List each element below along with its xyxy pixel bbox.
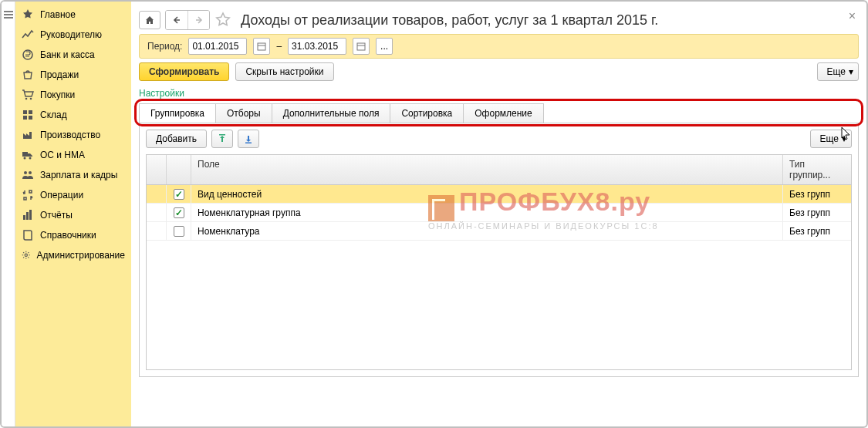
sidebar-label: Операции	[40, 190, 83, 201]
svg-point-10	[29, 171, 32, 174]
star-icon	[22, 8, 34, 21]
book-icon	[22, 229, 34, 241]
tabs-highlight: Группировка Отборы Дополнительные поля С…	[139, 103, 859, 123]
gear-icon	[22, 249, 31, 261]
sidebar-item-sales[interactable]: Продажи	[15, 65, 131, 85]
sidebar-label: Покупки	[40, 89, 75, 100]
sidebar-item-admin[interactable]: Администрирование	[15, 245, 131, 265]
tab-fields[interactable]: Дополнительные поля	[272, 103, 391, 123]
sidebar-item-manager[interactable]: Руководителю	[15, 25, 131, 45]
header-field[interactable]: Поле	[191, 155, 783, 184]
hamburger-icon[interactable]	[3, 9, 14, 20]
svg-rect-3	[23, 110, 27, 114]
sidebar-item-reports[interactable]: Отчёты	[15, 205, 131, 225]
sidebar-label: Главное	[40, 9, 76, 20]
sidebar-label: Склад	[40, 110, 67, 120]
svg-rect-12	[26, 212, 29, 220]
move-up-button[interactable]	[211, 130, 233, 148]
inner-more-button[interactable]: Еще ▾	[810, 130, 852, 148]
sidebar-item-purchases[interactable]: Покупки	[15, 85, 131, 105]
table-row[interactable]: Вид ценностей Без групп	[147, 185, 851, 204]
chevron-down-icon: ▾	[842, 133, 846, 144]
sidebar-label: Банк и касса	[40, 49, 95, 60]
settings-heading: Настройки	[139, 85, 859, 103]
home-button[interactable]	[139, 11, 160, 29]
close-icon[interactable]: ×	[849, 9, 856, 23]
svg-rect-4	[29, 110, 32, 114]
tab-filters[interactable]: Отборы	[215, 103, 272, 123]
row-checkbox[interactable]	[174, 226, 184, 237]
svg-point-8	[29, 157, 32, 160]
svg-rect-17	[219, 134, 225, 136]
page-title: Доходы от реализации товаров, работ, усл…	[241, 12, 658, 29]
calendar-from-button[interactable]	[253, 38, 270, 55]
table-row[interactable]: Номенклатура Без групп	[147, 222, 851, 241]
sidebar-item-production[interactable]: Производство	[15, 125, 131, 145]
svg-point-2	[30, 98, 32, 100]
sidebar-item-refs[interactable]: Справочники	[15, 225, 131, 245]
sidebar-item-warehouse[interactable]: Склад	[15, 105, 131, 125]
boxes-icon	[22, 109, 34, 121]
tab-grouping[interactable]: Группировка	[139, 103, 216, 123]
row-field: Номенклатурная группа	[191, 204, 783, 221]
period-label: Период:	[147, 41, 182, 52]
operations-icon	[22, 189, 34, 201]
row-type: Без групп	[783, 222, 851, 240]
calendar-to-button[interactable]	[353, 38, 370, 55]
add-button[interactable]: Добавить	[146, 130, 207, 148]
sidebar-item-main[interactable]: Главное	[15, 5, 131, 25]
sidebar-item-hr[interactable]: Зарплата и кадры	[15, 165, 131, 185]
svg-rect-18	[245, 143, 252, 144]
header-type[interactable]: Тип группир...	[783, 155, 851, 184]
period-bar: Период: – ...	[139, 34, 859, 59]
row-field: Номенклатура	[191, 222, 783, 240]
sidebar-item-operations[interactable]: Операции	[15, 185, 131, 205]
chart-line-icon	[22, 29, 34, 41]
sidebar-label: Руководителю	[40, 29, 102, 40]
svg-point-9	[24, 171, 27, 174]
period-picker-button[interactable]: ...	[376, 38, 393, 55]
header: Доходы от реализации товаров, работ, усл…	[139, 6, 859, 34]
date-from-input[interactable]	[188, 38, 247, 55]
date-to-input[interactable]	[288, 38, 346, 55]
svg-point-1	[25, 98, 28, 100]
chevron-down-icon: ▾	[849, 66, 853, 77]
svg-rect-15	[258, 43, 265, 50]
star-outline-icon[interactable]	[214, 12, 231, 29]
more-button[interactable]: Еще ▾	[817, 62, 859, 81]
tab-appearance[interactable]: Оформление	[463, 103, 543, 123]
cart-icon	[22, 89, 34, 101]
back-button[interactable]	[166, 11, 187, 29]
sidebar-item-bank[interactable]: Банк и касса	[15, 45, 131, 65]
generate-button[interactable]: Сформировать	[139, 62, 229, 81]
inner-toolbar: Добавить Еще ▾	[146, 130, 852, 148]
sidebar-item-assets[interactable]: ОС и НМА	[15, 145, 131, 165]
period-dash: –	[276, 41, 282, 52]
row-checkbox[interactable]	[174, 207, 184, 218]
row-checkbox[interactable]	[174, 189, 184, 200]
svg-rect-5	[23, 116, 27, 120]
forward-button[interactable]	[187, 11, 209, 29]
more-label: Еще	[827, 66, 846, 77]
more-label: Еще	[820, 133, 839, 144]
table-header: Поле Тип группир...	[147, 155, 851, 185]
action-row: Сформировать Скрыть настройки Еще ▾	[139, 59, 859, 85]
factory-icon	[22, 129, 34, 141]
svg-point-14	[25, 254, 27, 256]
svg-point-7	[24, 157, 26, 160]
bag-icon	[22, 69, 34, 81]
svg-rect-16	[357, 43, 365, 50]
hide-settings-button[interactable]: Скрыть настройки	[235, 62, 333, 81]
sidebar-label: Продажи	[40, 69, 79, 80]
row-type: Без групп	[783, 185, 851, 203]
move-down-button[interactable]	[238, 130, 259, 148]
tabs: Группировка Отборы Дополнительные поля С…	[139, 103, 859, 123]
main-area: × Доходы от реализации товаров, работ, у…	[131, 2, 866, 426]
table-row[interactable]: Номенклатурная группа Без групп	[147, 204, 851, 222]
sidebar-label: Производство	[40, 130, 100, 140]
sidebar-label: Администрирование	[37, 250, 125, 261]
left-rail	[2, 2, 15, 426]
tab-sorting[interactable]: Сортировка	[390, 103, 464, 123]
svg-rect-13	[29, 210, 32, 220]
sidebar-label: ОС и НМА	[40, 150, 85, 160]
